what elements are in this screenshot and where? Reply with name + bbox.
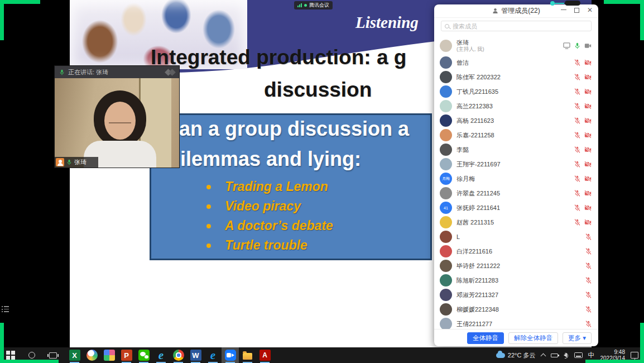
camera-icon[interactable] [584, 74, 592, 80]
mic-icon[interactable] [585, 306, 592, 313]
member-row[interactable]: 高杨 2211623 [440, 113, 592, 128]
camera-icon[interactable] [584, 103, 592, 109]
mic-icon[interactable] [574, 204, 580, 211]
member-row[interactable]: 高兰2212383 [440, 99, 592, 113]
more-button[interactable]: 更多 ▾ [563, 332, 592, 344]
taskbar-app-wechat[interactable] [135, 347, 152, 363]
mic-icon[interactable] [585, 262, 592, 269]
camera-icon[interactable] [584, 43, 592, 49]
taskbar-app-edge[interactable]: e [204, 347, 222, 363]
cortana-search-button[interactable] [21, 347, 42, 363]
slider-knob[interactable] [550, 1, 555, 6]
camera-icon[interactable] [584, 147, 592, 152]
search-input[interactable] [451, 22, 588, 30]
unmute-all-button[interactable]: 解除全体静音 [508, 332, 558, 344]
mic-icon[interactable] [585, 233, 592, 240]
mic-icon[interactable] [574, 219, 580, 226]
member-row[interactable]: 月梅 徐月梅 [440, 171, 592, 186]
member-name: 丁铁凡2211635 [456, 88, 498, 95]
video-feed[interactable]: 张琦 [55, 78, 179, 168]
member-row[interactable]: 41 张抚婷 2211641 [440, 200, 592, 215]
camera-icon[interactable] [584, 190, 592, 196]
taskbar-app-explorer[interactable] [239, 347, 256, 363]
member-list[interactable]: 张琦 (主持人, 我) 曾洁 [434, 36, 598, 329]
meeting-status-badge[interactable]: 腾讯会议 [294, 1, 333, 9]
system-tray: 22°C 多云 中 9:48 2022/3/14 [496, 347, 644, 363]
member-row[interactable]: 赵茜 2211315 [440, 215, 592, 230]
hidden-icons-chevron-icon[interactable] [540, 354, 546, 359]
member-row[interactable]: 毕诗舒 2211222 [440, 259, 592, 273]
camera-icon[interactable] [584, 219, 592, 225]
taskbar-app-pdf[interactable]: A [256, 347, 273, 363]
camera-icon[interactable] [584, 176, 592, 182]
member-row[interactable]: 白洋2211616 [440, 244, 592, 259]
taskbar-app-meeting[interactable] [222, 347, 239, 363]
member-row[interactable]: 李懿 [440, 142, 592, 157]
member-row[interactable]: 柳媛媛2212348 [440, 302, 592, 317]
mic-icon[interactable] [574, 88, 580, 95]
speaker-video-window[interactable]: 正在讲话: 张琦 张琦 [54, 65, 180, 168]
ime-zh-indicator[interactable]: 中 [588, 351, 595, 360]
taskbar-app-ppt[interactable]: P [118, 347, 135, 363]
mic-icon[interactable] [574, 146, 580, 153]
taskbar-app-qq[interactable] [83, 347, 100, 363]
video-window-header[interactable]: 正在讲话: 张琦 [55, 66, 179, 78]
corner-bracket-top-left [0, 0, 40, 4]
member-row[interactable]: 王翔宇-2211697 [440, 157, 592, 171]
member-row[interactable]: 陈旭昕2211283 [440, 273, 592, 288]
list-icon[interactable] [2, 306, 9, 312]
member-search-box[interactable] [441, 21, 592, 31]
mute-all-button[interactable]: 全体静音 [467, 332, 504, 344]
member-row[interactable]: 乐嘉-2211258 [440, 128, 592, 142]
start-button[interactable] [0, 347, 21, 363]
camera-icon[interactable] [584, 205, 592, 211]
taskbar-app-ie[interactable]: e [152, 347, 170, 363]
volume-icon[interactable] [564, 353, 567, 357]
member-row[interactable]: 邓淑芳2211327 [440, 288, 592, 302]
member-row[interactable]: 陈佳军 2202322 [440, 70, 592, 84]
member-row[interactable]: 张琦 (主持人, 我) [440, 36, 592, 55]
mic-icon[interactable] [574, 190, 580, 197]
close-button[interactable]: ✕ [587, 7, 593, 13]
mic-icon[interactable] [585, 277, 592, 284]
task-view-button[interactable] [42, 347, 64, 363]
weather-widget[interactable]: 22°C 多云 [496, 351, 536, 360]
touch-keyboard-icon[interactable] [574, 352, 583, 358]
mic-icon[interactable] [574, 132, 580, 138]
camera-icon[interactable] [584, 60, 592, 65]
camera-icon[interactable] [584, 132, 592, 138]
mic-icon[interactable] [585, 248, 592, 255]
video-progress-slider[interactable] [549, 1, 581, 6]
maximize-button[interactable] [574, 8, 579, 13]
taskbar-app-excel[interactable]: X [66, 347, 83, 363]
taskbar-app-word[interactable]: W [187, 347, 204, 363]
battery-icon[interactable] [551, 354, 558, 357]
mic-icon[interactable] [574, 103, 580, 109]
taskbar-app-photos[interactable] [100, 347, 118, 363]
member-row[interactable]: 王倩2211277 [440, 317, 592, 329]
member-row[interactable]: 丁铁凡2211635 [440, 84, 592, 99]
member-avatar [440, 318, 452, 329]
members-icon [492, 8, 498, 14]
mic-icon[interactable] [574, 42, 580, 49]
clock[interactable]: 9:48 2022/3/14 [600, 349, 626, 362]
mic-icon[interactable] [585, 321, 592, 327]
mic-icon[interactable] [574, 161, 580, 168]
mic-icon[interactable] [574, 175, 580, 182]
mic-icon[interactable] [574, 59, 580, 66]
member-row[interactable]: L [440, 230, 592, 244]
member-row[interactable]: 曾洁 [440, 55, 592, 70]
mic-icon[interactable] [585, 292, 592, 298]
mic-icon[interactable] [574, 74, 580, 80]
meeting-icon [225, 350, 236, 361]
camera-icon[interactable] [584, 161, 592, 167]
panel-titlebar[interactable]: 管理成员(22) ✕ [434, 4, 598, 18]
taskbar-app-chrome[interactable] [170, 347, 187, 363]
camera-icon[interactable] [584, 89, 592, 94]
camera-icon[interactable] [584, 118, 592, 123]
minimize-button[interactable] [561, 9, 566, 11]
slide-title-line2: discussion [264, 78, 372, 102]
member-row[interactable]: 许翠盘 2211245 [440, 186, 592, 200]
mic-icon[interactable] [574, 117, 580, 124]
notification-center-icon[interactable] [631, 352, 638, 359]
